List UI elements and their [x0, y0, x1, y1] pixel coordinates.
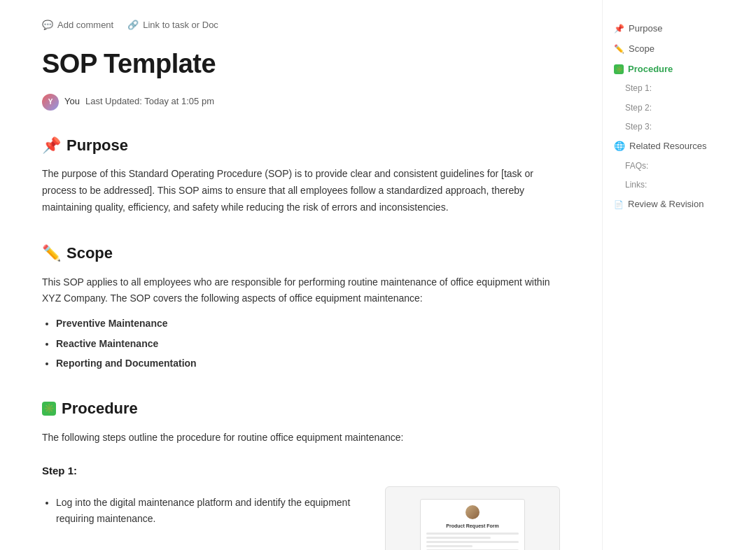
sidebar-item-review[interactable]: 📄 Review & Revision	[608, 195, 731, 214]
sidebar-review-icon: 📄	[614, 199, 624, 211]
procedure-heading-text: Procedure	[62, 396, 138, 421]
bullet-reporting: Reporting and Documentation	[56, 355, 560, 371]
scope-heading: ✏️ Scope	[42, 241, 560, 265]
author-name: You	[64, 94, 80, 109]
procedure-icon: ✳️	[42, 402, 56, 416]
sidebar: 📌 Purpose ✏️ Scope ✳️ Procedure Step 1: …	[602, 0, 742, 550]
sidebar-item-purpose[interactable]: 📌 Purpose	[608, 20, 731, 38]
step1-bullet-list: Log into the digital maintenance platfor…	[56, 495, 368, 526]
step1-content: Log into the digital maintenance platfor…	[42, 486, 560, 550]
top-actions: 💬 Add comment 🔗 Link to task or Doc	[42, 14, 560, 30]
sidebar-step3-label: Step 3:	[625, 120, 652, 134]
doc-preview-face	[465, 505, 479, 519]
link-task-button[interactable]: 🔗 Link to task or Doc	[127, 20, 218, 30]
doc-meta: Y You Last Updated: Today at 1:05 pm	[42, 94, 560, 111]
step1-bullet-text: Log into the digital maintenance platfor…	[56, 497, 350, 523]
link-task-label: Link to task or Doc	[143, 20, 218, 30]
sidebar-faqs-label: FAQs:	[625, 160, 648, 173]
step1-text-col: Log into the digital maintenance platfor…	[42, 486, 368, 530]
add-comment-label: Add comment	[57, 20, 113, 30]
sidebar-step1-label: Step 1:	[625, 82, 652, 95]
link-icon: 🔗	[127, 20, 139, 30]
bullet-reactive-text: Reactive Maintenance	[56, 338, 158, 349]
sidebar-item-step2[interactable]: Step 2:	[608, 99, 731, 117]
doc-preview-line-3	[426, 541, 519, 543]
bullet-preventive-text: Preventive Maintenance	[56, 318, 168, 329]
step1-image-col: Product Request Form	[385, 486, 560, 550]
sidebar-item-scope[interactable]: ✏️ Scope	[608, 40, 731, 59]
step1-bullet: Log into the digital maintenance platfor…	[56, 495, 368, 526]
purpose-heading: 📌 Purpose	[42, 133, 560, 157]
add-comment-button[interactable]: 💬 Add comment	[42, 20, 113, 30]
doc-preview-inner: Product Request Form	[420, 499, 525, 550]
step1-heading: Step 1:	[42, 463, 560, 479]
procedure-heading: ✳️ Procedure	[42, 396, 560, 421]
scope-bullet-list: Preventive Maintenance Reactive Maintena…	[56, 316, 560, 371]
doc-preview-line-4	[426, 545, 472, 547]
sidebar-item-related[interactable]: 🌐 Related Resources	[608, 137, 731, 156]
step1-container: Step 1: Log into the digital maintenance…	[42, 463, 560, 550]
last-updated: Last Updated: Today at 1:05 pm	[85, 94, 214, 109]
sidebar-related-icon: 🌐	[614, 139, 625, 154]
sidebar-review-label: Review & Revision	[628, 197, 704, 212]
sidebar-scope-icon: ✏️	[614, 43, 624, 56]
sidebar-procedure-icon: ✳️	[614, 64, 624, 74]
purpose-icon: 📌	[42, 133, 61, 157]
doc-preview: Product Request Form	[385, 486, 560, 550]
doc-preview-title: Product Request Form	[426, 522, 519, 530]
sidebar-related-label: Related Resources	[629, 139, 707, 154]
sidebar-links-label: Links:	[625, 178, 647, 192]
sidebar-item-step3[interactable]: Step 3:	[608, 118, 731, 136]
scope-section: ✏️ Scope This SOP applies to all employe…	[42, 241, 560, 371]
avatar-initial: Y	[48, 97, 53, 108]
sidebar-item-procedure[interactable]: ✳️ Procedure	[608, 60, 731, 79]
comment-icon: 💬	[42, 20, 53, 30]
page-wrapper: 💬 Add comment 🔗 Link to task or Doc SOP …	[0, 0, 756, 550]
scope-heading-text: Scope	[66, 241, 113, 265]
purpose-heading-text: Purpose	[66, 133, 128, 157]
sidebar-item-links[interactable]: Links:	[608, 176, 731, 194]
procedure-section: ✳️ Procedure The following steps outline…	[42, 396, 560, 550]
scope-text: This SOP applies to all employees who ar…	[42, 274, 560, 308]
procedure-intro: The following steps outline the procedur…	[42, 430, 560, 446]
purpose-text: The purpose of this Standard Operating P…	[42, 166, 560, 216]
avatar: Y	[42, 94, 59, 111]
doc-preview-line-1	[426, 533, 519, 535]
purpose-section: 📌 Purpose The purpose of this Standard O…	[42, 133, 560, 216]
bullet-reactive: Reactive Maintenance	[56, 336, 560, 351]
bullet-preventive: Preventive Maintenance	[56, 316, 560, 331]
sidebar-purpose-label: Purpose	[629, 22, 662, 36]
sidebar-procedure-label: Procedure	[628, 62, 673, 77]
bullet-reporting-text: Reporting and Documentation	[56, 358, 197, 369]
main-content: 💬 Add comment 🔗 Link to task or Doc SOP …	[0, 0, 602, 550]
sidebar-purpose-icon: 📌	[614, 22, 624, 36]
scope-icon: ✏️	[42, 241, 61, 265]
sidebar-item-faqs[interactable]: FAQs:	[608, 157, 731, 175]
sidebar-item-step1[interactable]: Step 1:	[608, 80, 731, 97]
doc-preview-line-2	[426, 537, 491, 539]
sidebar-step2-label: Step 2:	[625, 101, 652, 115]
sidebar-scope-label: Scope	[629, 42, 654, 57]
doc-title: SOP Template	[42, 43, 560, 85]
